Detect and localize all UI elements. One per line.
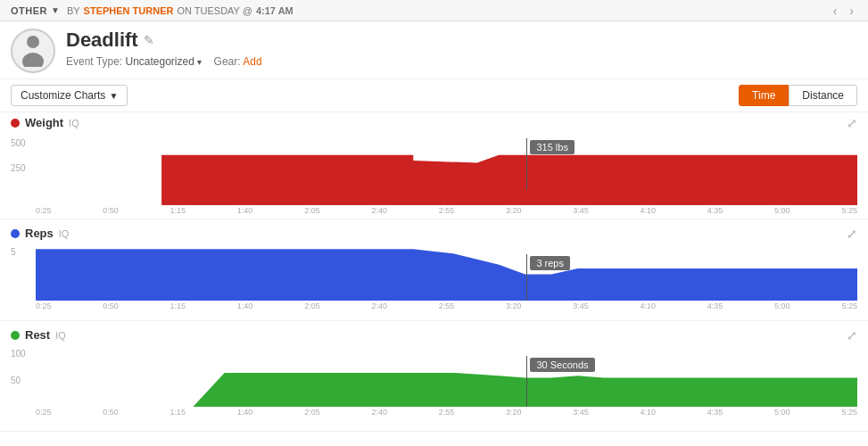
workout-title: Deadlift ✎ <box>66 29 857 52</box>
customize-charts-button[interactable]: Customize Charts ▼ <box>11 85 128 106</box>
top-bar-nav: ‹ › <box>830 4 857 18</box>
reps-iq[interactable]: IQ <box>59 228 70 239</box>
time-toggle-button[interactable]: Time <box>739 85 789 106</box>
reps-chart-header: Reps IQ <box>11 227 857 240</box>
weight-tooltip: 315 lbs <box>530 140 574 154</box>
top-bar-left: OTHER ▼ BY STEPHEN TURNER ON TUESDAY @ 4… <box>11 5 293 16</box>
by-label: BY <box>67 5 80 16</box>
event-type-dropdown[interactable]: ▾ <box>197 57 202 67</box>
rest-y-mid: 50 <box>11 376 21 385</box>
event-time: 4:17 AM <box>256 5 293 16</box>
reps-dot <box>11 229 20 238</box>
header-section: Deadlift ✎ Event Type: Uncategorized ▾ G… <box>0 21 868 79</box>
header-info: Deadlift ✎ Event Type: Uncategorized ▾ G… <box>66 29 857 68</box>
toolbar: Customize Charts ▼ Time Distance <box>0 79 868 112</box>
weight-iq[interactable]: IQ <box>69 118 79 128</box>
rest-tooltip: 30 Seconds <box>530 358 594 372</box>
rest-expand-icon[interactable]: ⤢ <box>847 328 857 343</box>
reps-y-top: 5 <box>11 247 16 257</box>
time-distance-toggle: Time Distance <box>739 85 857 106</box>
weight-label: Weight <box>25 116 63 129</box>
workout-name: Deadlift <box>66 29 138 52</box>
category-dropdown-icon[interactable]: ▼ <box>51 5 60 15</box>
rest-iq[interactable]: IQ <box>55 330 66 341</box>
rest-chart-header: Rest IQ <box>11 328 857 342</box>
weight-y-top: 500 <box>11 138 26 148</box>
weight-chart-header: Weight IQ <box>11 116 857 129</box>
svg-marker-2 <box>36 155 857 205</box>
edit-icon[interactable]: ✎ <box>144 33 154 47</box>
rest-dot <box>11 331 20 340</box>
prev-button[interactable]: ‹ <box>830 4 841 18</box>
reps-x-labels: 0:250:501:151:402:052:402:553:203:454:10… <box>36 301 857 310</box>
weight-expand-icon[interactable]: ⤢ <box>847 116 857 130</box>
person-icon <box>20 35 46 67</box>
customize-label: Customize Charts <box>21 89 105 102</box>
rest-tooltip-line <box>526 356 527 407</box>
svg-point-1 <box>22 53 44 67</box>
reps-chart-svg <box>36 247 857 301</box>
rest-x-labels: 0:250:501:151:402:052:402:553:203:454:10… <box>36 408 857 417</box>
weight-chart-section: Weight IQ ⤢ 500 250 315 lbs 0:250:501:15… <box>0 112 868 219</box>
rest-chart-section: Rest IQ ⤢ 100 50 30 Seconds 0:250:501:15… <box>0 325 868 432</box>
workout-meta: Event Type: Uncategorized ▾ Gear: Add <box>66 55 857 68</box>
svg-marker-3 <box>36 249 857 301</box>
reps-tooltip-line <box>526 254 527 301</box>
customize-dropdown-icon: ▼ <box>109 91 118 101</box>
reps-expand-icon[interactable]: ⤢ <box>847 227 857 241</box>
rest-label: Rest <box>25 328 50 342</box>
svg-marker-4 <box>36 373 857 407</box>
distance-toggle-button[interactable]: Distance <box>789 85 857 106</box>
reps-label: Reps <box>25 227 54 240</box>
author-name: STEPHEN TURNER <box>84 5 174 16</box>
reps-tooltip: 3 reps <box>530 256 570 270</box>
weight-tooltip-line <box>526 138 527 190</box>
gear-add-link[interactable]: Add <box>243 55 261 68</box>
on-label: ON TUESDAY @ <box>177 5 252 16</box>
weight-x-labels: 0:250:501:151:402:052:402:553:203:454:10… <box>36 206 857 215</box>
charts-container: Weight IQ ⤢ 500 250 315 lbs 0:250:501:15… <box>0 112 868 435</box>
event-type-label: Event Type: <box>66 55 122 68</box>
top-bar: OTHER ▼ BY STEPHEN TURNER ON TUESDAY @ 4… <box>0 0 868 21</box>
event-type-value[interactable]: Uncategorized <box>126 55 194 68</box>
weight-y-mid: 250 <box>11 163 26 173</box>
svg-point-0 <box>27 36 39 48</box>
weight-chart-svg <box>36 138 857 205</box>
category-label: OTHER <box>11 5 47 16</box>
avatar <box>11 29 55 73</box>
reps-chart-section: Reps IQ ⤢ 5 3 reps 0:250:501:151:402:052… <box>0 223 868 321</box>
next-button[interactable]: › <box>846 4 857 18</box>
weight-dot <box>11 119 20 128</box>
rest-chart-svg <box>36 349 857 407</box>
rest-y-top: 100 <box>11 349 26 359</box>
gear-label: Gear: <box>214 55 241 68</box>
